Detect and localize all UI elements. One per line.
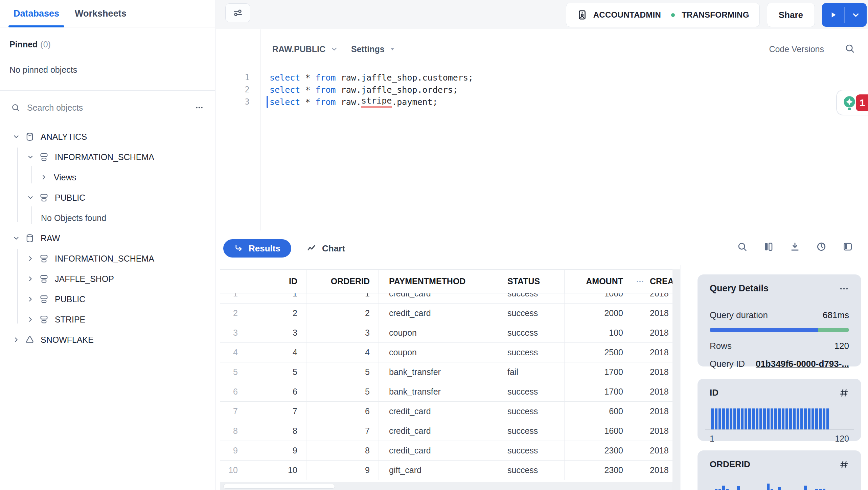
table-cell[interactable]: 100	[565, 323, 632, 342]
run-options-button[interactable]	[845, 3, 867, 27]
code-versions-button[interactable]: Code Versions	[769, 42, 824, 56]
chevron-right-icon[interactable]	[26, 295, 35, 303]
sidebar-item-analytics[interactable]: ANALYTICS	[0, 127, 215, 147]
code-line[interactable]: select * from raw.jaffle_shop.customers;	[270, 71, 473, 84]
table-cell[interactable]: 2	[306, 304, 379, 323]
table-cell[interactable]: 2018	[632, 402, 672, 421]
table-cell[interactable]: 4	[244, 343, 306, 362]
sidebar-item-information-schema[interactable]: INFORMATION_SCHEMA	[0, 147, 215, 167]
tab-worksheets[interactable]: Worksheets	[75, 0, 127, 27]
table-cell[interactable]: 1700	[565, 362, 632, 382]
session-context-button[interactable]: ACCOUNTADMIN TRANSFORMING	[566, 3, 760, 27]
table-row[interactable]: 776credit_cardsuccess6002018	[220, 402, 672, 421]
row-number[interactable]: 9	[220, 441, 244, 460]
table-cell[interactable]: 4	[306, 343, 379, 362]
table-cell[interactable]: success	[497, 461, 565, 480]
chevron-down-icon[interactable]	[12, 234, 20, 242]
table-cell[interactable]: 6	[306, 402, 379, 421]
chevron-down-icon[interactable]	[26, 194, 35, 202]
table-vertical-scrollbar[interactable]	[672, 269, 680, 490]
row-number[interactable]: 8	[220, 421, 244, 441]
row-number[interactable]: 10	[220, 461, 244, 480]
object-search[interactable]: Search objects	[0, 91, 215, 125]
row-number[interactable]: 6	[220, 382, 244, 401]
table-cell[interactable]: 6	[244, 382, 306, 401]
share-button[interactable]: Share	[767, 3, 815, 27]
sidebar-item-snowflake[interactable]: SNOWFLAKE	[0, 330, 215, 350]
scrollbar-thumb[interactable]	[223, 484, 335, 489]
table-cell[interactable]: 2018	[632, 421, 672, 441]
sidebar-item-jaffle-shop[interactable]: JAFFLE_SHOP	[0, 269, 215, 289]
editor-search-icon[interactable]	[844, 43, 855, 54]
sidebar-item-public-analytics[interactable]: PUBLIC	[0, 187, 215, 208]
row-number[interactable]: 5	[220, 362, 244, 382]
tab-results[interactable]: Results	[223, 239, 291, 258]
search-results-icon[interactable]	[737, 241, 748, 252]
table-cell[interactable]: 2018	[632, 461, 672, 480]
table-cell[interactable]: success	[497, 382, 565, 401]
table-cell[interactable]: 2000	[565, 304, 632, 323]
table-row[interactable]: 998credit_cardsuccess23002018	[220, 441, 672, 461]
table-cell[interactable]: 2018	[632, 323, 672, 342]
table-row[interactable]: 887credit_cardsuccess16002018	[220, 421, 672, 441]
table-cell[interactable]: 2	[244, 304, 306, 323]
table-cell[interactable]: credit_card	[379, 304, 497, 323]
table-cell[interactable]: 9	[306, 461, 379, 480]
table-cell[interactable]: coupon	[379, 323, 497, 342]
settings-menu[interactable]: Settings	[351, 42, 395, 56]
chevron-right-icon[interactable]	[12, 336, 20, 344]
columns-icon[interactable]	[763, 241, 774, 252]
table-cell[interactable]: success	[497, 402, 565, 421]
table-cell[interactable]: bank_transfer	[379, 362, 497, 382]
code-line[interactable]: select * from raw.jaffle_shop.orders;	[270, 84, 458, 96]
table-row[interactable]: 222credit_cardsuccess20002018	[220, 304, 672, 323]
table-cell[interactable]: 2018	[632, 362, 672, 382]
orderid-histogram[interactable]	[710, 475, 849, 490]
query-id-link[interactable]: 01b349f6-0000-d793-...	[756, 359, 849, 369]
database-context-selector[interactable]: RAW.PUBLIC	[272, 42, 338, 56]
id-histogram[interactable]	[710, 403, 849, 430]
chevron-right-icon[interactable]	[40, 173, 48, 181]
sidebar-item-raw-public[interactable]: PUBLIC	[0, 289, 215, 309]
table-cell[interactable]: 3	[306, 323, 379, 342]
table-cell[interactable]: 2300	[565, 441, 632, 460]
worksheet-filters-button[interactable]	[225, 3, 250, 22]
column-header-created[interactable]: CREATED	[632, 270, 672, 293]
chevron-down-icon[interactable]	[12, 133, 20, 141]
column-header-orderid[interactable]: ORDERID	[306, 270, 379, 293]
table-cell[interactable]: 2018	[632, 343, 672, 362]
row-number[interactable]: 2	[220, 304, 244, 323]
table-row[interactable]: 444couponsuccess25002018	[220, 343, 672, 362]
column-header-paymentmethod[interactable]: PAYMENTMETHOD	[379, 270, 497, 293]
table-cell[interactable]: 10	[244, 461, 306, 480]
hash-icon[interactable]	[839, 460, 849, 470]
column-header-status[interactable]: STATUS	[497, 270, 565, 293]
table-horizontal-scrollbar[interactable]	[220, 482, 672, 490]
row-number[interactable]: 3	[220, 323, 244, 342]
table-cell[interactable]: 2300	[565, 461, 632, 480]
history-icon[interactable]	[816, 241, 827, 252]
sidebar-item-stripe[interactable]: STRIPE	[0, 309, 215, 330]
column-header-amount[interactable]: AMOUNT	[565, 270, 632, 293]
hash-icon[interactable]	[839, 388, 849, 398]
table-cell[interactable]: success	[497, 441, 565, 460]
table-row[interactable]: 333couponsuccess1002018	[220, 323, 672, 343]
table-cell[interactable]: 3	[244, 323, 306, 342]
chevron-right-icon[interactable]	[26, 275, 35, 283]
search-options-icon[interactable]	[194, 103, 204, 113]
table-row[interactable]: 665bank_transfersuccess17002018	[220, 382, 672, 402]
row-number[interactable]: 4	[220, 343, 244, 362]
run-button[interactable]	[822, 3, 844, 27]
table-cell[interactable]: 7	[244, 402, 306, 421]
table-cell[interactable]: 8	[244, 421, 306, 441]
table-cell[interactable]: bank_transfer	[379, 382, 497, 401]
download-icon[interactable]	[790, 241, 800, 252]
tab-chart[interactable]: Chart	[306, 239, 345, 258]
table-cell[interactable]: 8	[306, 441, 379, 460]
table-cell[interactable]: 2018	[632, 441, 672, 460]
table-cell[interactable]: 2018	[632, 382, 672, 401]
table-cell[interactable]: 5	[306, 382, 379, 401]
table-cell[interactable]: credit_card	[379, 402, 497, 421]
sidebar-item-views[interactable]: Views	[0, 167, 215, 187]
table-cell[interactable]: 2018	[632, 304, 672, 323]
